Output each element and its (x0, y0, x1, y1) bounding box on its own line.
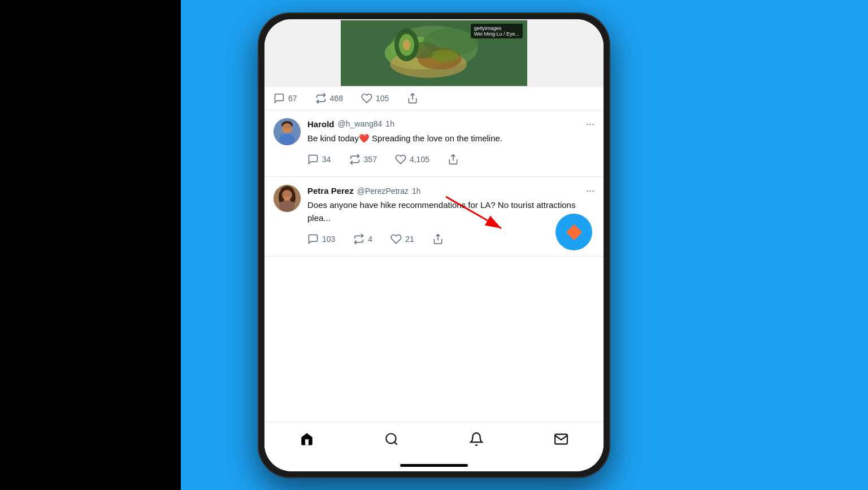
retweet-count-top: 468 (330, 94, 343, 103)
comment-action-petra[interactable]: 103 (307, 233, 335, 245)
svg-point-10 (403, 39, 411, 50)
harold-handle: @h_wang84 (338, 119, 383, 128)
bell-icon (469, 432, 484, 446)
retweet-action-harold[interactable]: 357 (349, 154, 377, 165)
tweet-content-petra: Petra Perez @PerezPetraz 1h ··· Does any… (307, 185, 594, 248)
comment-icon-top (274, 93, 285, 104)
comment-action-top[interactable]: 67 (274, 93, 297, 104)
comment-icon-petra (307, 233, 319, 245)
tweet-author-petra: Petra Perez @PerezPetraz 1h (307, 186, 421, 196)
heart-icon-petra (390, 233, 402, 245)
share-action-harold[interactable] (448, 154, 459, 165)
phone-screen: gettyimagesWei Ming·Lu / Eye... 67 (264, 19, 604, 471)
comment-action-harold[interactable]: 34 (307, 154, 331, 165)
tweet-harold: Harold @h_wang84 1h ··· Be kind today❤️ … (264, 110, 604, 177)
nav-search[interactable] (379, 427, 404, 452)
svg-rect-15 (280, 135, 294, 142)
svg-line-31 (394, 442, 397, 445)
search-icon (384, 432, 399, 446)
harold-comments: 34 (322, 155, 331, 164)
phone-mockup: gettyimagesWei Ming·Lu / Eye... 67 (259, 14, 609, 477)
like-action-top[interactable]: 105 (361, 93, 389, 104)
tweet-content-harold: Harold @h_wang84 1h ··· Be kind today❤️ … (307, 118, 594, 169)
tweet-image-section: gettyimagesWei Ming·Lu / Eye... (264, 19, 604, 87)
petra-name: Petra Perez (307, 186, 354, 196)
tweet-feed[interactable]: Harold @h_wang84 1h ··· Be kind today❤️ … (264, 110, 604, 422)
heart-icon-top (361, 93, 372, 104)
retweet-icon-petra (353, 233, 364, 245)
harold-tweet-text: Be kind today❤️ Spreading the love on th… (307, 132, 594, 145)
bottom-nav (264, 422, 604, 461)
retweet-icon-top (315, 93, 327, 104)
heart-icon-harold (395, 154, 406, 165)
like-action-harold[interactable]: 4,105 (395, 154, 429, 165)
nav-notifications[interactable] (464, 427, 489, 452)
share-icon-top (407, 93, 418, 104)
bg-left-panel (0, 0, 181, 490)
svg-point-24 (282, 190, 292, 200)
harold-actions: 34 357 (307, 150, 594, 168)
tweet-header-harold: Harold @h_wang84 1h ··· (307, 118, 594, 130)
comment-icon-harold (307, 154, 319, 165)
svg-point-7 (431, 49, 459, 62)
home-indicator (264, 461, 604, 471)
harold-time: 1h (385, 119, 394, 128)
more-options-harold[interactable]: ··· (586, 118, 594, 130)
tweet-petra: Petra Perez @PerezPetraz 1h ··· Does any… (264, 177, 604, 257)
getty-badge: gettyimagesWei Ming·Lu / Eye... (471, 24, 523, 38)
more-options-petra[interactable]: ··· (586, 185, 594, 197)
retweet-action-petra[interactable]: 4 (353, 233, 372, 245)
share-action-petra[interactable] (432, 233, 444, 245)
avatar-petra (274, 185, 301, 212)
harold-likes: 4,105 (410, 155, 429, 164)
petra-likes: 21 (405, 235, 414, 244)
retweet-action-top[interactable]: 468 (315, 93, 343, 104)
nav-messages[interactable] (549, 427, 574, 452)
petra-handle: @PerezPetraz (357, 187, 409, 196)
harold-name: Harold (307, 119, 335, 129)
cursor-diamond (566, 224, 581, 240)
top-tweet-actions: 67 468 105 (264, 87, 604, 110)
petra-time: 1h (412, 187, 421, 196)
harold-retweets: 357 (364, 155, 377, 164)
petra-comments: 103 (322, 235, 335, 244)
share-action-top[interactable] (407, 93, 418, 104)
tweet-header-petra: Petra Perez @PerezPetraz 1h ··· (307, 185, 594, 197)
svg-point-17 (282, 123, 292, 133)
like-action-petra[interactable]: 21 (390, 233, 414, 245)
svg-rect-26 (280, 202, 294, 209)
tweet-author-harold: Harold @h_wang84 1h (307, 119, 394, 129)
mail-icon (554, 432, 568, 446)
home-bar (400, 464, 468, 467)
cursor-circle (555, 214, 592, 250)
avatar-harold (274, 118, 301, 145)
share-icon-harold (448, 154, 459, 165)
nav-home[interactable] (294, 427, 319, 452)
comment-count-top: 67 (288, 94, 297, 103)
petra-tweet-text: Does anyone have hike recommendations fo… (307, 199, 594, 224)
like-count-top: 105 (376, 94, 389, 103)
share-icon-petra (432, 233, 444, 245)
home-icon (300, 432, 314, 446)
petra-actions: 103 4 (307, 230, 594, 248)
svg-point-30 (386, 433, 396, 443)
petra-retweets: 4 (368, 235, 372, 244)
retweet-icon-harold (349, 154, 361, 165)
phone-body: gettyimagesWei Ming·Lu / Eye... 67 (259, 14, 609, 477)
